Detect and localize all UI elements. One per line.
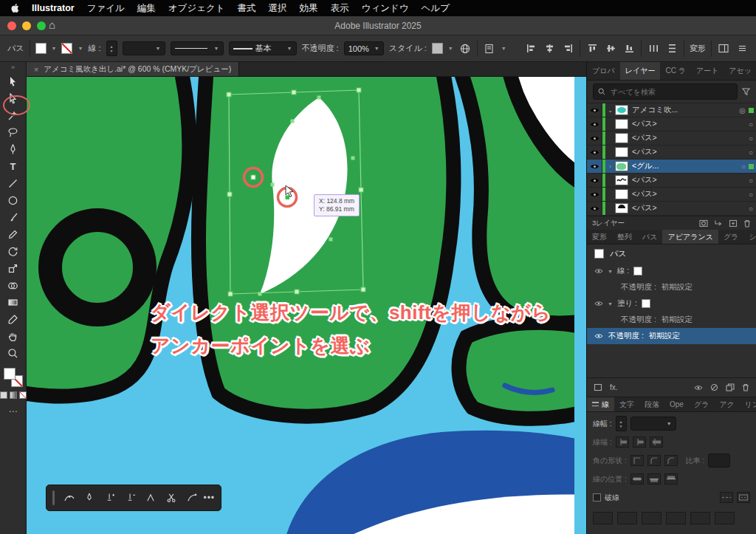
menu-type[interactable]: 書式 — [238, 2, 256, 15]
direct-selection-tool[interactable] — [0, 90, 27, 107]
layer-row[interactable]: <パス> ○ — [587, 131, 756, 146]
projecting-cap-button[interactable] — [650, 437, 663, 448]
color-mode-buttons[interactable] — [0, 391, 27, 399]
layer-row[interactable]: ⌄ アメコミ吹... ◎ — [587, 103, 756, 117]
rotate-tool[interactable] — [0, 243, 27, 260]
gap-field[interactable] — [666, 512, 686, 524]
tab-cc-libraries[interactable]: CC ラ — [660, 62, 690, 80]
new-sublayer-icon[interactable] — [714, 219, 723, 227]
make-mask-icon[interactable] — [699, 219, 708, 227]
gradient-button[interactable] — [10, 391, 17, 399]
target-icon[interactable]: ○ — [749, 191, 753, 199]
gradient-tool[interactable] — [0, 294, 27, 311]
add-new-stroke-icon[interactable] — [594, 383, 602, 391]
dash-gap-fields[interactable] — [593, 512, 750, 524]
layer-row-selected[interactable]: › <グル... ○ — [587, 160, 756, 174]
stroke-color-swatch[interactable] — [633, 267, 642, 275]
type-tool[interactable]: T — [0, 158, 27, 175]
paintbrush-tool[interactable] — [0, 209, 27, 226]
stroke-weight-stepper[interactable]: ▲▼ — [106, 41, 117, 56]
visibility-eye-icon[interactable] — [587, 174, 602, 187]
add-anchor-icon[interactable] — [101, 489, 119, 507]
target-icon[interactable]: ○ — [749, 205, 753, 213]
toggle-visibility-icon[interactable] — [694, 385, 703, 391]
magic-wand-tool[interactable] — [0, 107, 27, 124]
eyedropper-tool[interactable] — [0, 311, 27, 328]
appearance-stroke-opacity-row[interactable]: 不透明度 : 初期設定 — [587, 279, 756, 295]
tab-actions[interactable]: アク — [714, 397, 739, 411]
clear-appearance-icon[interactable] — [710, 383, 718, 391]
document-setup-icon[interactable] — [483, 41, 496, 56]
visibility-eye-icon[interactable] — [587, 202, 602, 215]
layer-row[interactable]: <パス> ○ — [587, 188, 756, 202]
align-top-icon[interactable] — [585, 41, 599, 56]
layer-thumbnail[interactable] — [615, 175, 628, 185]
layer-thumbnail[interactable] — [615, 203, 628, 213]
ellipse-tool[interactable] — [0, 192, 27, 209]
align-center-icon[interactable] — [543, 41, 556, 56]
layer-row[interactable]: <パス> ○ — [587, 174, 756, 188]
expand-arrow-icon[interactable]: ▼ — [608, 301, 613, 307]
duplicate-item-icon[interactable] — [726, 383, 735, 391]
visibility-eye-icon[interactable] — [587, 131, 602, 145]
menu-illustrator[interactable]: Illustrator — [32, 3, 75, 13]
tab-align[interactable]: 整列 — [612, 230, 637, 244]
tab-paragraph[interactable]: 段落 — [639, 397, 664, 411]
align-stroke-outside-button[interactable] — [664, 473, 678, 485]
align-right-icon[interactable] — [561, 41, 574, 56]
apple-logo-icon[interactable] — [10, 3, 19, 13]
appearance-stroke-row[interactable]: ▼ 線 : — [587, 263, 756, 279]
style-swatch[interactable] — [432, 43, 443, 54]
menu-file[interactable]: ファイル — [87, 2, 125, 15]
dash-field[interactable] — [690, 512, 710, 524]
edit-toolbar-icon[interactable]: ⋯ — [9, 406, 18, 417]
bevel-join-button[interactable] — [664, 455, 678, 466]
layer-thumbnail[interactable] — [615, 161, 628, 171]
layer-name[interactable]: <パス> — [632, 175, 657, 185]
menu-window[interactable]: ウィンドウ — [362, 2, 409, 15]
tab-graphic-styles[interactable]: グラ — [718, 230, 743, 244]
stroke-weight-stepper[interactable]: ▲▼ — [616, 416, 627, 431]
dashed-line-checkbox[interactable] — [593, 493, 601, 502]
join-icon[interactable] — [183, 489, 201, 507]
tab-assets[interactable]: アセッ — [724, 62, 756, 80]
layer-name[interactable]: <パス> — [632, 147, 657, 157]
color-button[interactable] — [0, 391, 7, 399]
align-stroke-center-button[interactable] — [630, 473, 644, 485]
fill-stroke-swatches[interactable] — [4, 368, 23, 387]
convert-anchor-icon[interactable] — [142, 489, 160, 507]
opacity-value[interactable]: 初期設定 — [662, 282, 693, 292]
visibility-eye-icon[interactable] — [587, 103, 602, 117]
layer-thumbnail[interactable] — [615, 119, 628, 129]
tab-properties[interactable]: プロパ — [587, 62, 620, 80]
drag-handle[interactable] — [52, 490, 55, 505]
dash-field[interactable] — [642, 512, 662, 524]
lasso-tool[interactable] — [0, 124, 27, 141]
tab-pathfinder[interactable]: パス — [637, 230, 662, 244]
search-input[interactable] — [609, 87, 732, 97]
align-stroke-inside-button[interactable] — [647, 473, 661, 485]
pen-icon[interactable] — [81, 489, 99, 507]
fill-dropdown-arrow-icon[interactable]: ▼ — [52, 46, 57, 51]
disclosure-triangle-icon[interactable]: › — [605, 163, 615, 170]
layer-thumbnail[interactable] — [615, 147, 628, 157]
tab-appearance[interactable]: アピアランス — [662, 230, 718, 244]
tab-links[interactable]: リン — [740, 397, 756, 411]
add-effect-fx-icon[interactable]: fx. — [610, 383, 618, 391]
target-icon[interactable]: ○ — [749, 134, 753, 143]
floating-tool-options-bar[interactable]: ••• — [46, 485, 221, 511]
round-join-button[interactable] — [647, 455, 661, 466]
layer-row[interactable]: <パス> ○ — [587, 146, 756, 160]
layer-thumbnail[interactable] — [615, 189, 628, 199]
expand-arrow-icon[interactable]: ▼ — [608, 269, 613, 274]
opacity-value[interactable]: 初期設定 — [649, 331, 680, 341]
toolbar-collapse-icon[interactable]: » — [11, 64, 15, 73]
visibility-eye-icon[interactable] — [587, 160, 602, 173]
layer-name[interactable]: <パス> — [632, 133, 657, 143]
style-dropdown-arrow-icon[interactable]: ▼ — [448, 46, 453, 51]
panel-menu-icon[interactable] — [735, 41, 749, 56]
layer-thumbnail[interactable] — [615, 133, 628, 143]
menu-effect[interactable]: 効果 — [300, 2, 318, 15]
align-dash-button[interactable] — [737, 492, 750, 503]
menu-object[interactable]: オブジェクト — [168, 2, 225, 15]
